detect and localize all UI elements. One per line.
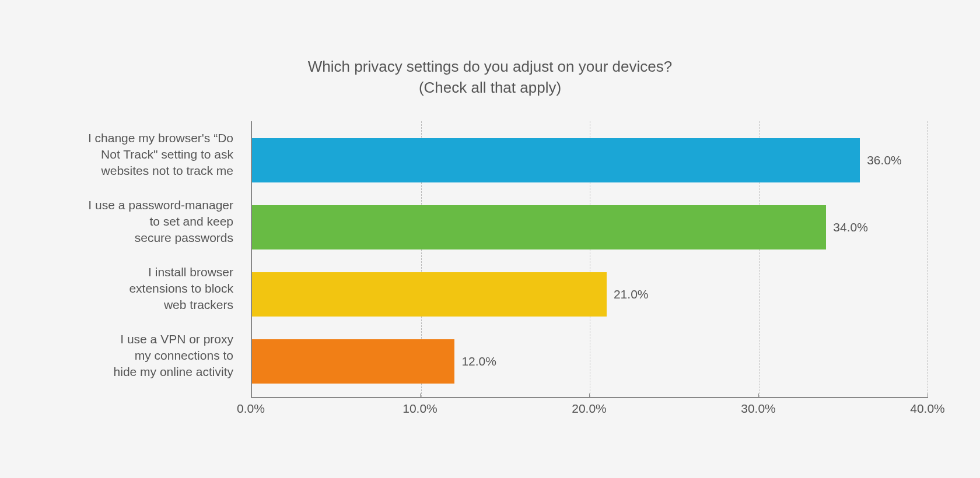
bar-3	[252, 339, 454, 384]
value-label-3: 12.0%	[461, 354, 496, 368]
y-axis-labels: I change my browser's “DoNot Track" sett…	[52, 121, 251, 398]
x-tick-label: 40.0%	[910, 402, 945, 416]
plot-area: 36.0% 34.0% 21.0% 12.0%	[251, 121, 928, 398]
x-tick-mark	[589, 393, 590, 398]
x-axis: 0.0%10.0%20.0%30.0%40.0%	[251, 398, 928, 421]
plot-inner: 36.0% 34.0% 21.0% 12.0%	[252, 121, 928, 397]
bar-1	[252, 205, 826, 249]
x-tick-label: 20.0%	[572, 402, 607, 416]
y-label-1: I use a password-managerto set and keeps…	[52, 188, 251, 255]
x-tick-label: 10.0%	[402, 402, 438, 416]
bar-row-2: 21.0%	[252, 261, 928, 328]
x-tick-mark	[758, 393, 759, 398]
chart-title-text: Which privacy settings do you adjust on …	[308, 58, 672, 96]
value-label-0: 36.0%	[867, 153, 902, 167]
x-tick-mark	[928, 393, 928, 398]
value-label-1: 34.0%	[833, 220, 868, 234]
chart-title: Which privacy settings do you adjust on …	[52, 57, 928, 97]
chart-body: I change my browser's “DoNot Track" sett…	[52, 121, 928, 398]
bar-2	[252, 272, 607, 317]
x-tick-label: 30.0%	[741, 402, 776, 416]
y-label-0: I change my browser's “DoNot Track" sett…	[52, 121, 251, 188]
gridline	[928, 121, 928, 397]
bar-0	[252, 138, 860, 182]
y-label-3: I use a VPN or proxymy connections tohid…	[52, 322, 251, 389]
bar-row-1: 34.0%	[252, 194, 928, 261]
x-tick-label: 0.0%	[237, 402, 265, 416]
bar-row-0: 36.0%	[252, 127, 928, 194]
bar-row-3: 12.0%	[252, 328, 928, 395]
x-tick-mark	[420, 393, 421, 398]
x-tick-mark	[251, 393, 251, 398]
bar-chart: Which privacy settings do you adjust on …	[52, 57, 928, 421]
y-label-2: I install browserextensions to blockweb …	[52, 255, 251, 322]
value-label-2: 21.0%	[614, 287, 649, 301]
